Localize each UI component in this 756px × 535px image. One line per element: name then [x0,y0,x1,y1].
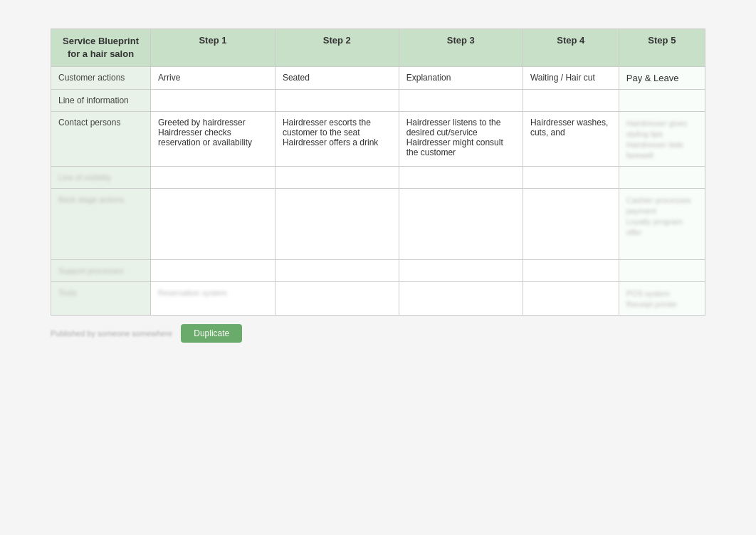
cell-pay-leave: Pay & Leave [619,67,705,90]
cell-empty [523,90,619,112]
cell-escorts: Hairdresser escorts the customer to the … [275,112,399,167]
cell-empty [275,260,399,282]
footer-label: Published by someone somewhere [51,329,172,338]
cell-empty [399,282,523,316]
table-title: Service Blueprint for a hair salon [51,29,151,67]
cell-empty [399,167,523,189]
cell-empty [275,167,399,189]
table-row: Support processes [51,260,705,282]
footer-bar: Published by someone somewhere Duplicate [51,321,705,346]
table-row: Line of information [51,90,705,112]
cell-empty [275,282,399,316]
step4-header: Step 4 [523,29,619,67]
cell-empty [275,189,399,260]
cell-explanation: Explanation [399,67,523,90]
table-row: Tools Reservation system POS systemRecei… [51,282,705,316]
cell-listens: Hairdresser listens to the desired cut/s… [399,112,523,167]
cell-empty [151,260,275,282]
step2-header: Step 2 [275,29,399,67]
row-label-tools: Tools [51,282,151,316]
row-label-visibility: Line of visibility [51,167,151,189]
cell-step5-tools: POS systemReceipt printer [619,282,705,316]
cell-waiting: Waiting / Hair cut [523,67,619,90]
row-label-backstage: Back stage actions [51,189,151,260]
cell-reservation: Reservation system [151,282,275,316]
cell-empty [523,282,619,316]
table-row: Line of visibility [51,167,705,189]
step5-header: Step 5 [619,29,705,67]
table-row: Customer actions Arrive Seated Explanati… [51,67,705,90]
row-label-customer-actions: Customer actions [51,67,151,90]
cell-step5-contact: Hairdresser gives styling tipsHairdresse… [619,112,705,167]
row-label-line-info: Line of information [51,90,151,112]
cell-step5-backstage: Cashier processes paymentLoyalty program… [619,189,705,260]
table-row: Back stage actions Cashier processes pay… [51,189,705,260]
cell-empty [523,260,619,282]
cell-empty [523,189,619,260]
cell-empty [619,260,705,282]
cell-empty [523,167,619,189]
row-label-contact: Contact persons [51,112,151,167]
step1-header: Step 1 [151,29,275,67]
step3-header: Step 3 [399,29,523,67]
blueprint-table: Service Blueprint for a hair salon Step … [51,28,705,316]
cell-empty [151,90,275,112]
cell-empty [275,90,399,112]
table-row: Contact persons Greeted by hairdresser H… [51,112,705,167]
service-blueprint-page: Service Blueprint for a hair salon Step … [51,28,705,346]
cell-seated: Seated [275,67,399,90]
cell-empty [619,167,705,189]
cell-empty [619,90,705,112]
cell-washes: Hairdresser washes, cuts, and [523,112,619,167]
cell-empty [399,189,523,260]
duplicate-button[interactable]: Duplicate [181,324,242,343]
cell-empty [151,189,275,260]
cell-empty [151,167,275,189]
cell-greeted: Greeted by hairdresser Hairdresser check… [151,112,275,167]
cell-empty [399,260,523,282]
cell-empty [399,90,523,112]
cell-arrive: Arrive [151,67,275,90]
row-label-support: Support processes [51,260,151,282]
